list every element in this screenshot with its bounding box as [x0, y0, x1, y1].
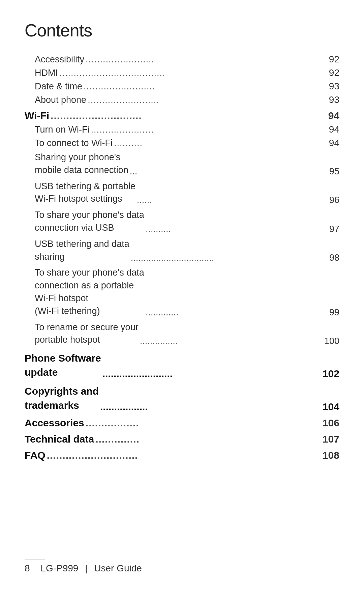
toc-entry-text: To connect to Wi-Fi: [35, 138, 113, 148]
toc-dots: .................: [86, 417, 321, 429]
toc-row: Copyrights andtrademarks ...............…: [25, 384, 339, 413]
list-item: Wi-Fi ............................. 94: [25, 110, 339, 121]
toc-page: 104: [323, 401, 339, 413]
toc-page: 99: [329, 307, 339, 318]
toc-dots: ..............: [95, 433, 321, 445]
toc-entry-text: Technical data: [25, 433, 94, 445]
footer-page-number: 8: [25, 563, 30, 573]
toc-dots: .............: [146, 307, 328, 318]
toc-dots: ......................: [91, 124, 328, 135]
toc-entry-text: FAQ: [25, 450, 46, 461]
footer-pipe: |: [85, 563, 87, 573]
toc-page: 96: [329, 195, 339, 205]
toc-page: 92: [329, 54, 339, 65]
toc-page: 106: [323, 417, 339, 429]
toc-row: USB tethering and datasharing ..........…: [35, 238, 339, 263]
toc-dots: ......: [137, 195, 328, 205]
toc-page: 102: [323, 368, 339, 379]
footer-divider: [25, 560, 45, 560]
toc-entry-text: USB tethering & portableWi-Fi hotspot se…: [35, 180, 135, 206]
list-item: USB tethering & portableWi-Fi hotspot se…: [25, 180, 339, 206]
list-item: Accessibility ........................ 9…: [25, 54, 339, 65]
list-item: To connect to Wi-Fi .......... 94: [25, 138, 339, 148]
toc-dots: .....................................: [59, 68, 328, 78]
toc-page: 94: [329, 138, 339, 148]
toc-page: 94: [328, 110, 339, 121]
toc-dots: .........................: [84, 81, 328, 92]
toc-page: 92: [329, 67, 339, 78]
toc-row: Phone Softwareupdate ...................…: [25, 351, 339, 379]
toc-entry-text: HDMI: [35, 68, 58, 78]
list-item: Phone Softwareupdate ...................…: [25, 351, 339, 379]
toc-dots: ...: [130, 166, 328, 177]
toc-entry-text: Date & time: [35, 81, 82, 92]
toc-row: To share your phone's dataconnection via…: [35, 209, 339, 234]
toc-page: 98: [329, 253, 339, 263]
toc-row: To share your phone's dataconnection as …: [35, 266, 339, 317]
list-item: FAQ ............................. 108: [25, 450, 339, 461]
toc-dots: .............................: [51, 110, 327, 121]
list-item: Copyrights andtrademarks ...............…: [25, 384, 339, 413]
list-item: To rename or secure yourportable hotspot…: [25, 321, 339, 347]
list-item: Sharing your phone'smobile data connecti…: [25, 151, 339, 177]
toc-dots: ...............: [140, 336, 323, 346]
footer-guide: User Guide: [94, 563, 142, 573]
toc-entry-text: Turn on Wi-Fi: [35, 124, 90, 135]
toc-row: USB tethering & portableWi-Fi hotspot se…: [35, 180, 339, 206]
list-item: Turn on Wi-Fi ...................... 94: [25, 124, 339, 135]
toc-dots: .................: [100, 401, 321, 413]
toc-entry-text: To rename or secure yourportable hotspot: [35, 321, 139, 347]
toc-dots: .............................: [47, 450, 321, 461]
toc-entry-text: To share your phone's dataconnection via…: [35, 209, 144, 234]
list-item: USB tethering and datasharing ..........…: [25, 238, 339, 263]
list-item: Accessories ................. 106: [25, 417, 339, 429]
toc-dots: ........................: [86, 54, 328, 65]
toc-page: 97: [329, 224, 339, 234]
toc-entry-text: Accessories: [25, 417, 84, 429]
toc-entry-text: Phone Softwareupdate: [25, 351, 101, 379]
footer-device: LG-P999: [40, 563, 78, 573]
toc-dots: ..........: [114, 138, 328, 148]
toc-entry-text: Wi-Fi: [25, 110, 49, 121]
footer-text: 8 LG-P999 | User Guide: [25, 563, 142, 574]
toc-page: 107: [323, 433, 339, 445]
list-item: To share your phone's dataconnection as …: [25, 266, 339, 317]
list-item: HDMI ...................................…: [25, 67, 339, 78]
list-item: Technical data .............. 107: [25, 433, 339, 445]
page-title: Contents: [25, 20, 339, 40]
toc-list: Accessibility ........................ 9…: [25, 54, 339, 461]
list-item: About phone ......................... 93: [25, 94, 339, 105]
page-container: Contents Accessibility .................…: [0, 0, 364, 594]
toc-page: 93: [329, 94, 339, 105]
toc-dots: .........................: [102, 368, 321, 379]
list-item: To share your phone's dataconnection via…: [25, 209, 339, 234]
toc-page: 94: [329, 124, 339, 135]
toc-entry-text: To share your phone's dataconnection as …: [35, 266, 144, 317]
toc-dots: .........................: [88, 95, 328, 105]
toc-page: 100: [324, 336, 339, 346]
toc-dots: .................................: [131, 253, 328, 263]
toc-page: 93: [329, 81, 339, 92]
toc-entry-text: About phone: [35, 95, 86, 105]
toc-entry-text: Accessibility: [35, 54, 84, 65]
toc-row: Sharing your phone'smobile data connecti…: [35, 151, 339, 177]
toc-entry-text: Copyrights andtrademarks: [25, 384, 99, 413]
toc-page: 108: [323, 450, 339, 461]
toc-dots: ..........: [146, 224, 328, 234]
toc-row: To rename or secure yourportable hotspot…: [35, 321, 339, 347]
list-item: Date & time ......................... 93: [25, 81, 339, 92]
toc-page: 95: [329, 166, 339, 177]
toc-entry-text: Sharing your phone'smobile data connecti…: [35, 151, 128, 177]
toc-entry-text: USB tethering and datasharing: [35, 238, 129, 263]
